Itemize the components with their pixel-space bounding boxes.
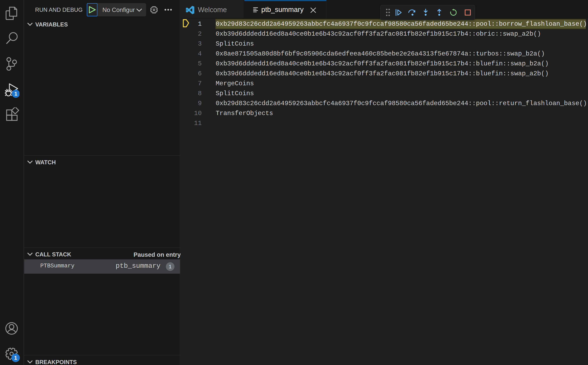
svg-text:1: 1 [14, 91, 17, 97]
